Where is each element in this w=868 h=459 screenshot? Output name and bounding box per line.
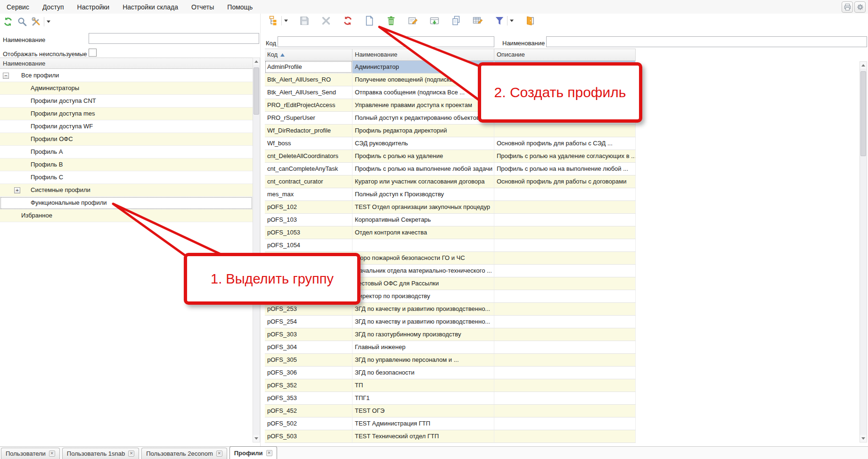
tools-button[interactable] bbox=[31, 17, 50, 27]
table-row[interactable]: pOFS_306ЗГД по безопасности bbox=[265, 367, 636, 379]
grid-scrollbar[interactable] bbox=[860, 61, 867, 442]
table-row[interactable]: pOFS_503TEST Технический отдел ГТП bbox=[265, 430, 636, 443]
grid-scrollbar-thumb[interactable] bbox=[860, 71, 866, 156]
cancel-button[interactable] bbox=[321, 16, 331, 26]
insert-row-icon[interactable] bbox=[429, 16, 440, 26]
expand-icon[interactable]: + bbox=[14, 187, 20, 193]
menu-item-Настройки[interactable]: Настройки bbox=[71, 3, 116, 11]
refresh-button[interactable] bbox=[3, 17, 13, 27]
tree-scrollbar[interactable] bbox=[253, 58, 260, 442]
menu-item-Доступ[interactable]: Доступ bbox=[36, 3, 71, 11]
table-row[interactable]: cnt_DeleteAllCoordinatorsПрофиль с ролью… bbox=[265, 150, 636, 163]
tree-item-Администраторы[interactable]: Администраторы bbox=[0, 82, 253, 95]
tree-item-Профили доступа CNT[interactable]: Профили доступа CNT bbox=[0, 95, 253, 108]
table-row[interactable]: pOFS_254ЗГД по качеству и развитию произ… bbox=[265, 316, 636, 328]
tree-item-Профили ОФС[interactable]: Профили ОФС bbox=[0, 133, 253, 146]
menu-item-Помощь[interactable]: Помощь bbox=[221, 3, 259, 11]
tab-Пользователи[interactable]: Пользователи✕ bbox=[1, 448, 60, 459]
show-unused-checkbox[interactable] bbox=[89, 49, 97, 57]
table-row[interactable]: pOFS_1053Отдел контроля качества bbox=[265, 226, 636, 239]
search-icon[interactable] bbox=[17, 17, 27, 27]
table-row[interactable]: pOFS_1054 bbox=[265, 239, 636, 252]
tab-Пользователь 1snab[interactable]: Пользователь 1snab✕ bbox=[62, 448, 139, 459]
tools-icon[interactable] bbox=[31, 17, 41, 27]
collapse-icon[interactable]: − bbox=[3, 73, 9, 79]
refresh-red-icon[interactable] bbox=[343, 16, 353, 26]
edit-button[interactable] bbox=[408, 16, 418, 26]
delete-button[interactable] bbox=[386, 16, 396, 26]
insert-row-button[interactable] bbox=[429, 16, 440, 26]
filter-button[interactable] bbox=[494, 16, 514, 26]
tree-item-Профили доступа WF[interactable]: Профили доступа WF bbox=[0, 120, 253, 133]
chevron-down-icon[interactable] bbox=[510, 19, 514, 22]
copy-button[interactable] bbox=[451, 16, 461, 26]
table-row[interactable]: pOFS_352ТП bbox=[265, 379, 636, 392]
table-row[interactable]: pOFS_303ЗГД по газотурбинному производст… bbox=[265, 328, 636, 341]
name-filter-input[interactable] bbox=[546, 36, 867, 47]
tree-item-Системные профили[interactable]: +Системные профили bbox=[0, 184, 253, 197]
menu-item-Сервис[interactable]: Сервис bbox=[0, 3, 36, 11]
table-row[interactable]: Wf_bossСЭД руководительОсновной профиль … bbox=[265, 137, 636, 150]
scroll-up-icon[interactable] bbox=[253, 58, 260, 65]
exit-button[interactable] bbox=[525, 16, 535, 26]
table-row[interactable]: pOFS_253ЗГД по качеству и развитию произ… bbox=[265, 303, 636, 316]
table-row[interactable]: pOFS_452TEST ОГЭ bbox=[265, 405, 636, 417]
chevron-down-icon[interactable] bbox=[284, 19, 288, 22]
close-x-icon[interactable] bbox=[321, 16, 331, 26]
tab-Профили[interactable]: Профили✕ bbox=[229, 446, 277, 459]
tree-item-Профиль C[interactable]: Профиль C bbox=[0, 171, 253, 184]
table-row[interactable]: Wf_DirRedactor_profileПрофиль редактора … bbox=[265, 125, 636, 137]
table-row[interactable]: pOFS_305ЗГД по управлению персоналом и .… bbox=[265, 354, 636, 367]
tree-view-button[interactable] bbox=[269, 16, 288, 26]
tree-view-icon[interactable] bbox=[269, 16, 279, 26]
tab-close-icon[interactable]: ✕ bbox=[216, 451, 222, 457]
tab-close-icon[interactable]: ✕ bbox=[266, 450, 272, 456]
tab-Пользователь 2econom[interactable]: Пользователь 2econom✕ bbox=[141, 448, 227, 459]
filter-icon[interactable] bbox=[494, 16, 505, 26]
table-row[interactable]: pOFS_102TEST Отдел организации закупочны… bbox=[265, 201, 636, 214]
tree-scrollbar-thumb[interactable] bbox=[254, 67, 259, 115]
table-row[interactable]: pOFS_103Корпоративный Секретарь bbox=[265, 214, 636, 226]
table-row[interactable]: cnt_contract_curatorКуратор или участник… bbox=[265, 175, 636, 188]
tab-close-icon[interactable]: ✕ bbox=[49, 451, 55, 457]
save-button[interactable] bbox=[299, 16, 310, 26]
table-row[interactable]: pOFS_502TEST Администрация ГТП bbox=[265, 417, 636, 430]
refresh-green-icon[interactable] bbox=[3, 17, 13, 27]
refresh-button[interactable] bbox=[343, 16, 353, 26]
menu-item-Настройки склада[interactable]: Настройки склада bbox=[116, 3, 185, 11]
search-button[interactable] bbox=[17, 17, 27, 27]
tree-item-Избранное[interactable]: Избранное bbox=[0, 209, 253, 222]
chevron-down-icon[interactable] bbox=[47, 20, 50, 23]
scroll-down-icon[interactable] bbox=[253, 435, 260, 442]
edit-doc-icon[interactable] bbox=[408, 16, 418, 26]
scroll-down-icon[interactable] bbox=[860, 435, 867, 442]
scroll-up-icon[interactable] bbox=[860, 62, 867, 69]
column-header-Наименование[interactable]: Наименование bbox=[352, 49, 494, 60]
tab-close-icon[interactable]: ✕ bbox=[128, 451, 134, 457]
tree-item-Все профили[interactable]: −Все профили bbox=[0, 69, 253, 82]
table-row[interactable]: mes_maxПолный доступ к Производству bbox=[265, 188, 636, 201]
edit-table-icon[interactable] bbox=[473, 16, 483, 26]
tree-item-Профиль A[interactable]: Профиль A bbox=[0, 146, 253, 159]
cell: СЭД руководитель bbox=[352, 137, 494, 150]
column-header-Код[interactable]: Код bbox=[265, 49, 352, 60]
new-profile-button[interactable] bbox=[364, 16, 375, 26]
settings-button[interactable] bbox=[854, 1, 866, 13]
copy-doc-icon[interactable] bbox=[451, 16, 461, 26]
exit-door-icon[interactable] bbox=[525, 16, 535, 26]
table-row[interactable]: pOFS_304Главный инженер bbox=[265, 341, 636, 354]
new-doc-icon[interactable] bbox=[364, 16, 375, 26]
column-header-Описание[interactable]: Описание bbox=[494, 49, 636, 60]
print-button[interactable] bbox=[842, 1, 853, 13]
code-filter-input[interactable] bbox=[278, 36, 494, 47]
tree-item-Профиль B[interactable]: Профиль B bbox=[0, 159, 253, 171]
table-row[interactable]: cnt_canCompleteAnyTaskПрофиль с ролью на… bbox=[265, 163, 636, 175]
tree-item-Профили доступа mes[interactable]: Профили доступа mes bbox=[0, 108, 253, 120]
menu-item-Отчеты[interactable]: Отчеты bbox=[185, 3, 221, 11]
trash-icon[interactable] bbox=[386, 16, 396, 26]
save-icon[interactable] bbox=[299, 16, 310, 26]
left-name-filter-input[interactable] bbox=[89, 33, 259, 44]
table-row[interactable]: pOFS_353ТПГ1 bbox=[265, 392, 636, 405]
edit-table-button[interactable] bbox=[473, 16, 483, 26]
tree-item-Функциональные профили[interactable]: Функциональные профили bbox=[0, 197, 253, 209]
